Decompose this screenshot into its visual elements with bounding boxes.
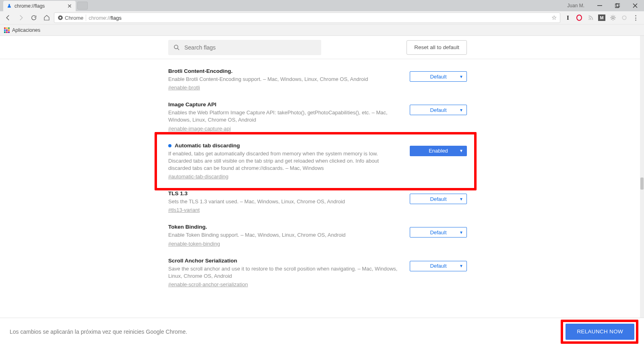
bookmarks-bar: Aplicaciones <box>0 25 644 36</box>
flag-select-value: Default <box>430 196 446 202</box>
extension-icon-mail[interactable]: M <box>598 14 605 21</box>
footer-message: Los cambios se aplicarán la próxima vez … <box>10 328 187 335</box>
divider <box>86 14 86 21</box>
flag-select-wrap: Default▼ <box>410 224 467 247</box>
menu-button[interactable]: ⋮ <box>632 14 639 21</box>
extension-icon-rss[interactable] <box>587 14 594 21</box>
flag-select-wrap: Default▼ <box>410 190 467 213</box>
chrome-icon <box>58 15 63 21</box>
extension-icon-circle[interactable] <box>621 14 628 21</box>
search-input[interactable] <box>184 44 316 51</box>
chevron-down-icon: ▼ <box>459 149 463 153</box>
flag-select[interactable]: Default▼ <box>410 227 467 238</box>
close-tab-icon[interactable]: ✕ <box>67 3 72 9</box>
flag-select[interactable]: Default▼ <box>410 71 467 82</box>
flag-meta: Brotli Content-Encoding.Enable Brotli Co… <box>168 68 402 91</box>
flag-select-wrap: Enabled▼ <box>410 143 467 180</box>
relaunch-button[interactable]: RELAUNCH NOW <box>566 324 634 340</box>
browser-tab[interactable]: chrome://flags ✕ <box>3 1 76 11</box>
flag-title: Brotli Content-Encoding. <box>168 68 402 74</box>
forward-button[interactable] <box>15 12 27 23</box>
flag-select-value: Default <box>430 107 446 113</box>
minimize-button[interactable] <box>591 0 609 11</box>
chevron-down-icon: ▼ <box>459 108 463 112</box>
flag-title: Image Capture API <box>168 101 402 107</box>
flag-select-wrap: Default▼ <box>410 68 467 91</box>
search-flags[interactable] <box>168 40 321 55</box>
search-icon <box>173 44 180 51</box>
svg-rect-0 <box>597 5 602 6</box>
flag-select[interactable]: Default▼ <box>410 194 467 204</box>
flag-anchor-link[interactable]: #automatic-tab-discarding <box>168 174 229 180</box>
extension-icon-gear[interactable] <box>609 14 617 21</box>
flag-row: Brotli Content-Encoding.Enable Brotli Co… <box>168 64 467 97</box>
bookmarks-apps-label[interactable]: Aplicaciones <box>12 27 40 33</box>
flag-description: Enables the Web Platform Image Capture A… <box>168 109 402 124</box>
profile-name[interactable]: Juan M. <box>567 3 584 8</box>
extension-icon-opera[interactable] <box>576 14 583 21</box>
address-bar[interactable]: Chrome chrome://flags ☆ <box>54 12 560 23</box>
flag-meta: Image Capture APIEnables the Web Platfor… <box>168 101 402 132</box>
flag-title: TLS 1.3 <box>168 190 402 196</box>
svg-point-8 <box>622 16 626 19</box>
flag-description: If enabled, tabs get automatically disca… <box>168 150 402 172</box>
svg-point-6 <box>588 19 590 20</box>
flag-select-wrap: Default▼ <box>410 101 467 132</box>
apps-icon[interactable] <box>4 27 10 33</box>
maximize-button[interactable] <box>609 0 626 11</box>
flag-description: Sets the TLS 1.3 variant used. – Mac, Wi… <box>168 198 402 205</box>
scrollbar-thumb[interactable] <box>640 178 644 190</box>
flags-header: Reset all to default <box>0 36 640 59</box>
flag-title: Token Binding. <box>168 224 402 230</box>
flag-row: Token Binding.Enable Token Binding suppo… <box>168 220 467 253</box>
flag-meta: Scroll Anchor SerializationSave the scro… <box>168 258 402 288</box>
extension-icons: I M ⋮ <box>562 14 642 21</box>
flag-row: Automatic tab discardingIf enabled, tabs… <box>168 138 467 187</box>
close-window-button[interactable] <box>626 0 644 11</box>
flag-row: Image Capture APIEnables the Web Platfor… <box>168 97 467 138</box>
url-text: chrome://flags <box>89 15 122 21</box>
relaunch-footer: Los cambios se aplicarán la próxima vez … <box>0 318 644 345</box>
flag-description: Enable Token Binding support. – Mac, Win… <box>168 231 402 239</box>
site-identity-label: Chrome <box>65 15 83 21</box>
reload-button[interactable] <box>28 12 39 23</box>
flag-description: Enable Brotli Content-Encoding support. … <box>168 76 402 83</box>
bookmark-star-icon[interactable]: ☆ <box>551 14 557 21</box>
flag-select[interactable]: Default▼ <box>410 105 467 115</box>
flag-description: Save the scroll anchor and use it to res… <box>168 265 402 280</box>
flag-anchor-link[interactable]: #enable-token-binding <box>168 241 220 247</box>
site-identity[interactable]: Chrome <box>58 15 83 21</box>
tab-title: chrome://flags <box>14 3 45 9</box>
flag-select-value: Default <box>430 263 446 269</box>
changed-dot-icon <box>168 144 171 147</box>
flag-title: Scroll Anchor Serialization <box>168 258 402 264</box>
window-controls: Juan M. <box>567 0 644 11</box>
flag-select[interactable]: Default▼ <box>410 261 467 271</box>
flask-icon <box>6 3 12 9</box>
flag-select-value: Default <box>430 74 446 80</box>
home-button[interactable] <box>41 12 52 23</box>
scrollbar[interactable] <box>640 36 644 345</box>
svg-point-4 <box>60 17 62 19</box>
flag-row: Scroll Anchor SerializationSave the scro… <box>168 254 467 294</box>
flag-anchor-link[interactable]: #tls13-variant <box>168 207 200 213</box>
flag-anchor-link[interactable]: #enable-image-capture-api <box>168 126 231 132</box>
flag-select-value: Default <box>430 229 446 236</box>
flags-list: Brotli Content-Encoding.Enable Brotli Co… <box>0 59 640 343</box>
extension-icon-i[interactable]: I <box>564 14 572 21</box>
flag-select-wrap: Default▼ <box>410 258 467 288</box>
back-button[interactable] <box>2 12 14 23</box>
flag-row: TLS 1.3Sets the TLS 1.3 variant used. – … <box>168 186 467 220</box>
flag-meta: TLS 1.3Sets the TLS 1.3 variant used. – … <box>168 190 402 213</box>
chevron-down-icon: ▼ <box>459 230 463 235</box>
chevron-down-icon: ▼ <box>459 74 463 79</box>
reset-all-button[interactable]: Reset all to default <box>407 40 467 55</box>
page-content: Reset all to default Brotli Content-Enco… <box>0 36 640 345</box>
flag-anchor-link[interactable]: #enable-scroll-anchor-serialization <box>168 281 248 287</box>
flag-select[interactable]: Enabled▼ <box>410 146 467 156</box>
flag-meta: Automatic tab discardingIf enabled, tabs… <box>168 143 402 180</box>
chevron-down-icon: ▼ <box>459 264 463 268</box>
flag-title: Automatic tab discarding <box>168 143 402 149</box>
new-tab-button[interactable] <box>77 2 88 10</box>
flag-anchor-link[interactable]: #enable-brotli <box>168 85 200 91</box>
